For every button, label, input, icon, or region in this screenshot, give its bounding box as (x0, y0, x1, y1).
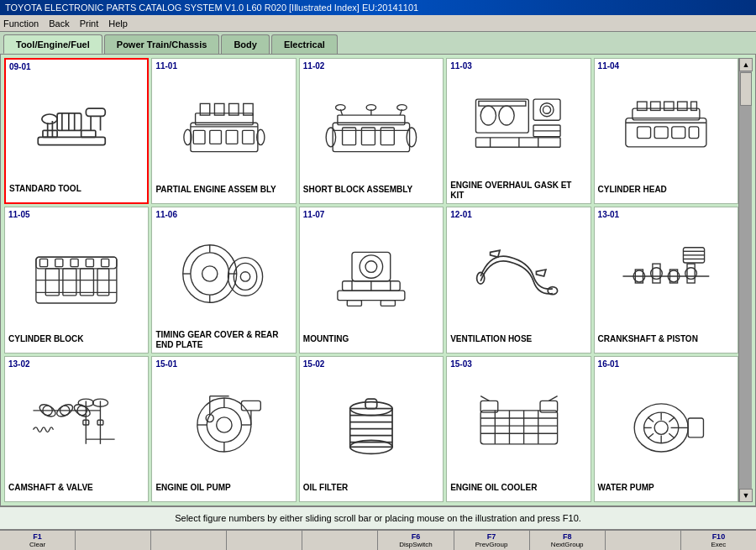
menu-help[interactable]: Help (108, 18, 128, 29)
svg-rect-55 (637, 102, 646, 110)
part-card-12-01[interactable]: 12-01 VENTILATION HOSE (446, 207, 591, 353)
svg-rect-134 (241, 401, 260, 411)
svg-rect-104 (687, 264, 695, 283)
part-label: WATER PUMP (596, 481, 736, 500)
fkey-f8[interactable]: F8 NextGroup (530, 531, 606, 550)
fkey-f6[interactable]: F6 DispSwitch (378, 531, 454, 550)
part-card-11-02[interactable]: 11-02 (299, 58, 444, 204)
svg-point-128 (207, 408, 241, 443)
svg-rect-68 (63, 269, 76, 296)
part-number: 13-02 (7, 359, 146, 369)
part-image (596, 220, 736, 332)
svg-point-99 (548, 287, 557, 295)
menu-function[interactable]: Function (3, 18, 39, 29)
svg-rect-44 (533, 99, 560, 120)
svg-rect-49 (475, 138, 560, 147)
svg-rect-88 (352, 252, 391, 280)
menu-print[interactable]: Print (80, 18, 99, 29)
fkey-f7[interactable]: F7 PrevGroup (454, 531, 530, 550)
svg-point-5 (42, 114, 57, 123)
scroll-thumb[interactable] (740, 72, 752, 106)
svg-rect-67 (46, 269, 60, 296)
svg-line-164 (669, 417, 675, 422)
fkey-f1[interactable]: F1 Clear (0, 531, 76, 550)
svg-rect-56 (650, 102, 659, 110)
part-number: 11-04 (596, 60, 736, 71)
part-card-11-06[interactable]: 11-06 (151, 207, 296, 353)
svg-rect-96 (347, 301, 361, 306)
part-number: 15-02 (302, 359, 441, 369)
svg-rect-63 (689, 127, 698, 139)
part-card-13-01[interactable]: 13-01 (594, 207, 738, 353)
svg-line-166 (669, 434, 675, 439)
fkey-f10[interactable]: F10 Exec (681, 531, 756, 550)
svg-rect-75 (71, 259, 78, 266)
part-card-11-01[interactable]: 11-01 (151, 58, 296, 204)
svg-rect-60 (637, 127, 650, 139)
part-card-16-01[interactable]: 16-01 (594, 356, 738, 502)
part-number: 11-07 (302, 209, 441, 220)
tab-power-train[interactable]: Power Train/Chassis (104, 34, 220, 54)
scroll-down-button[interactable]: ▼ (739, 489, 753, 502)
svg-rect-77 (102, 259, 109, 266)
part-card-11-03[interactable]: 11-03 (446, 58, 591, 204)
svg-rect-20 (209, 130, 221, 144)
title-bar: TOYOTA ELECTRONIC PARTS CATALOG SYSTEM V… (0, 0, 756, 15)
scrollbar[interactable]: ▲ ▼ (738, 58, 752, 502)
svg-rect-59 (690, 102, 696, 110)
scroll-up-button[interactable]: ▲ (739, 58, 753, 71)
fkey-f7-num: F7 (487, 532, 496, 541)
part-number: 13-01 (596, 209, 736, 220)
part-number: 11-05 (7, 209, 146, 220)
part-image (7, 220, 146, 332)
part-label: OIL FILTER (302, 481, 441, 500)
scroll-track (739, 71, 752, 489)
title-text: TOYOTA ELECTRONIC PARTS CATALOG SYSTEM V… (5, 3, 418, 13)
part-card-11-07[interactable]: 11-07 (299, 207, 444, 353)
part-image (302, 220, 441, 332)
part-card-15-01[interactable]: 15-01 (151, 356, 296, 502)
part-label: SHORT BLOCK ASSEMBLY (302, 183, 441, 202)
svg-point-83 (240, 272, 249, 281)
menu-back[interactable]: Back (49, 18, 69, 29)
tab-tool-engine[interactable]: Tool/Engine/Fuel (3, 34, 102, 54)
svg-rect-73 (40, 259, 48, 266)
svg-rect-21 (226, 130, 238, 144)
svg-rect-102 (653, 264, 660, 283)
part-image (7, 369, 146, 481)
fkey-3 (151, 531, 227, 550)
tab-electrical[interactable]: Electrical (271, 34, 338, 54)
part-number: 12-01 (449, 209, 588, 220)
svg-rect-74 (55, 259, 63, 266)
part-card-15-02[interactable]: 15-02 OIL FI (299, 356, 444, 502)
part-card-11-05[interactable]: 11-05 (4, 207, 149, 353)
fkey-f1-num: F1 (33, 532, 42, 541)
svg-rect-92 (338, 291, 405, 300)
svg-rect-171 (688, 418, 703, 437)
part-label: MOUNTING (302, 333, 441, 351)
part-card-11-04[interactable]: 11-04 (594, 58, 738, 204)
part-image (449, 369, 588, 481)
part-image (302, 71, 441, 183)
part-label: CAMSHAFT & VALVE (7, 481, 146, 500)
svg-rect-140 (350, 409, 392, 448)
svg-rect-2 (81, 130, 96, 137)
tab-bar: Tool/Engine/Fuel Power Train/Chassis Bod… (0, 32, 756, 54)
svg-point-129 (216, 417, 231, 432)
svg-rect-147 (365, 399, 377, 408)
part-image (596, 369, 736, 481)
svg-point-42 (498, 106, 513, 125)
svg-point-41 (480, 106, 496, 125)
svg-rect-70 (97, 269, 109, 296)
part-card-13-02[interactable]: 13-02 (4, 356, 149, 502)
svg-point-80 (202, 266, 217, 281)
part-card-09-01[interactable]: 09-01 (4, 58, 149, 204)
svg-rect-58 (677, 102, 686, 110)
tab-body[interactable]: Body (221, 34, 270, 54)
status-text: Select figure numbers by either sliding … (175, 513, 581, 523)
part-number: 11-02 (302, 60, 441, 71)
part-label: CYLINDER HEAD (596, 183, 736, 202)
part-label: VENTILATION HOSE (449, 333, 588, 351)
part-card-15-03[interactable]: 15-03 (446, 356, 591, 502)
svg-point-45 (540, 103, 554, 117)
